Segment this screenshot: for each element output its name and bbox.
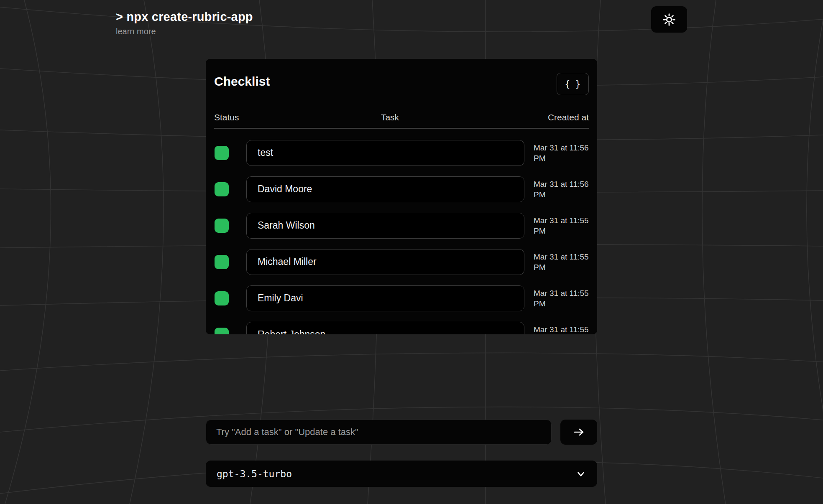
- task-input[interactable]: [246, 213, 524, 239]
- checklist-header: Checklist { }: [214, 73, 589, 95]
- task-row: Mar 31 at 11:55PM: [214, 249, 589, 275]
- column-header-created: Created at: [534, 112, 589, 122]
- task-row: Mar 31 at 11:55PM: [214, 322, 589, 335]
- status-checkbox[interactable]: [215, 219, 229, 233]
- checklist-card: Checklist { } Status Task Created at Mar…: [206, 59, 597, 334]
- task-input[interactable]: [246, 322, 524, 335]
- task-row: Mar 31 at 11:56PM: [214, 176, 589, 202]
- app-title: > npx create-rubric-app: [116, 10, 253, 24]
- task-input[interactable]: [246, 140, 524, 166]
- created-at: Mar 31 at 11:55PM: [534, 324, 589, 335]
- model-select[interactable]: gpt-3.5-turbo: [206, 461, 597, 487]
- arrow-right-icon: [573, 426, 585, 438]
- column-header-status: Status: [214, 112, 246, 122]
- header-divider: [214, 128, 589, 129]
- submit-button[interactable]: [560, 420, 597, 445]
- status-checkbox[interactable]: [215, 255, 229, 269]
- task-row: Mar 31 at 11:55PM: [214, 213, 589, 239]
- checklist-title: Checklist: [214, 74, 270, 89]
- model-select-value: gpt-3.5-turbo: [217, 468, 292, 479]
- chevron-down-icon: [575, 468, 586, 479]
- learn-more-link[interactable]: learn more: [116, 27, 156, 36]
- created-at: Mar 31 at 11:55PM: [534, 252, 589, 272]
- status-checkbox[interactable]: [215, 328, 229, 335]
- column-headers: Status Task Created at: [214, 112, 589, 122]
- status-checkbox[interactable]: [215, 146, 229, 160]
- status-checkbox[interactable]: [215, 182, 229, 196]
- task-input[interactable]: [246, 285, 524, 311]
- task-list: Mar 31 at 11:56PM Mar 31 at 11:56PM Mar …: [214, 140, 589, 335]
- created-at: Mar 31 at 11:56PM: [534, 179, 589, 200]
- header: > npx create-rubric-app learn more: [116, 10, 253, 36]
- theme-toggle-button[interactable]: [651, 6, 687, 33]
- created-at: Mar 31 at 11:55PM: [534, 215, 589, 236]
- task-row: Mar 31 at 11:55PM: [214, 285, 589, 311]
- json-view-button[interactable]: { }: [557, 73, 589, 95]
- task-row: Mar 31 at 11:56PM: [214, 140, 589, 166]
- column-header-task: Task: [246, 112, 534, 122]
- command-input[interactable]: [206, 420, 552, 445]
- task-input[interactable]: [246, 249, 524, 275]
- status-checkbox[interactable]: [215, 291, 229, 305]
- created-at: Mar 31 at 11:56PM: [534, 143, 589, 163]
- task-input[interactable]: [246, 176, 524, 202]
- sun-icon: [662, 13, 676, 27]
- created-at: Mar 31 at 11:55PM: [534, 288, 589, 309]
